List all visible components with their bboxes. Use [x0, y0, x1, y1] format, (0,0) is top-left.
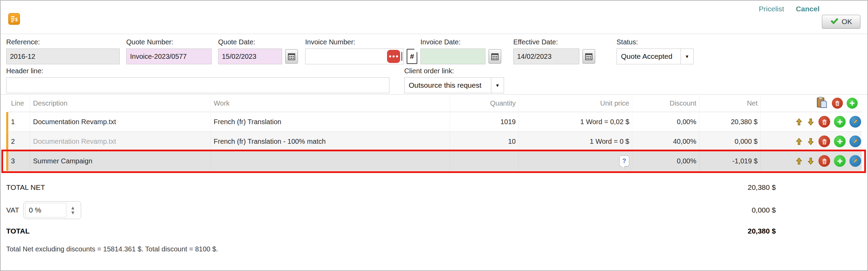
text-caret: [401, 52, 402, 61]
table-row-selected: 3 Summer Campaign ? 0,00% -1,019 $: [6, 151, 862, 171]
reference-input[interactable]: [6, 48, 120, 64]
move-down-icon[interactable]: [807, 118, 815, 126]
line-items-table: Line Description Work Quantity Unit pric…: [1, 94, 867, 171]
cell-quantity: 1019: [450, 112, 519, 131]
cell-work: French (fr) Translation - 100% match: [211, 132, 450, 151]
move-up-icon[interactable]: [795, 157, 803, 165]
total-net-value: 20,380 $: [748, 183, 776, 192]
move-down-icon[interactable]: [807, 138, 815, 145]
header-net: Net: [699, 95, 761, 112]
ok-check-icon: [830, 17, 838, 26]
effective-date-input[interactable]: [513, 48, 579, 64]
total-value: 20,380 $: [748, 227, 776, 235]
cancel-link[interactable]: Cancel: [796, 5, 819, 13]
cell-net: 20,380 $: [699, 112, 761, 131]
move-up-icon[interactable]: [795, 118, 803, 126]
ok-button[interactable]: OK: [822, 15, 860, 29]
cell-discount: 40,00%: [632, 132, 699, 151]
invoice-date-input[interactable]: [420, 48, 485, 64]
svg-text:$: $: [15, 17, 18, 22]
calendar-icon: [288, 53, 296, 61]
client-order-link-select[interactable]: Outsource this request ▼: [404, 77, 504, 93]
header-line: Line: [8, 95, 30, 112]
ok-label: OK: [842, 18, 852, 26]
header-line-label: Header line:: [6, 67, 389, 75]
status-select[interactable]: Quote Accepted ▼: [617, 48, 694, 64]
cell-discount: 0,00%: [632, 112, 699, 131]
header-work: Work: [211, 95, 450, 112]
pricelist-link[interactable]: Pricelist: [759, 5, 784, 13]
header-unit-price: Unit price: [519, 95, 632, 112]
client-order-link-field-group: Client order link: Outsource this reques…: [404, 67, 504, 93]
help-icon[interactable]: ?: [619, 155, 629, 166]
cell-description: Documentation Revamp.txt: [30, 132, 211, 151]
invoice-date-label: Invoice Date:: [420, 38, 501, 46]
quote-number-field-group: Quote Number:: [126, 38, 212, 64]
table-row: 2 Documentation Revamp.txt French (fr) T…: [6, 132, 862, 151]
generate-number-button[interactable]: #: [407, 49, 417, 64]
cell-description: Summer Campaign: [30, 151, 211, 171]
edit-icon[interactable]: [849, 136, 861, 147]
add-icon[interactable]: [834, 136, 846, 147]
autofill-icon[interactable]: [387, 50, 400, 63]
invoice-date-field-group: Invoice Date:: [420, 38, 501, 64]
table-row: 1 Documentation Revamp.txt French (fr) T…: [6, 112, 862, 132]
cell-description: Documentation Revamp.txt: [30, 112, 211, 131]
delete-icon[interactable]: [818, 155, 830, 167]
top-bar: $ Pricelist Cancel OK: [1, 1, 867, 34]
cell-net: 0,000 $: [699, 132, 761, 151]
quote-number-input[interactable]: [126, 48, 212, 64]
delete-all-icon[interactable]: [832, 98, 843, 109]
quote-date-label: Quote Date:: [218, 38, 298, 46]
vat-value-box[interactable]: 0 %: [25, 203, 66, 217]
cell-quantity: [450, 151, 519, 171]
invoice-date-calendar-button[interactable]: [489, 49, 501, 64]
header-quantity: Quantity: [450, 95, 519, 112]
quote-form: Reference: Quote Number: Quote Date:: [1, 34, 867, 94]
total-net-label: TOTAL NET: [6, 183, 45, 192]
table-header-row: Line Description Work Quantity Unit pric…: [6, 95, 862, 112]
hash-icon: #: [410, 52, 414, 61]
paste-icon[interactable]: [816, 96, 828, 110]
invoice-number-label: Invoice Number:: [305, 38, 417, 46]
edit-icon[interactable]: [849, 155, 861, 167]
add-icon[interactable]: [834, 155, 846, 167]
header-line-input[interactable]: [6, 77, 389, 93]
vat-label: VAT: [6, 206, 19, 214]
move-up-icon[interactable]: [795, 138, 803, 145]
quote-number-label: Quote Number:: [126, 38, 212, 46]
vat-spinner[interactable]: 0 % ▲ ▼: [23, 201, 81, 219]
invoice-icon: $: [8, 13, 20, 25]
add-icon[interactable]: [834, 116, 846, 128]
quote-date-calendar-button[interactable]: [285, 49, 298, 64]
cell-work: [211, 151, 450, 171]
cell-work: French (fr) Translation: [211, 112, 450, 131]
client-order-link-value: Outsource this request: [405, 78, 491, 93]
edit-icon[interactable]: [849, 116, 861, 128]
quote-editor-window: $ Pricelist Cancel OK Reference:: [0, 0, 868, 271]
status-field-group: Status: Quote Accepted ▼: [617, 38, 694, 64]
effective-date-calendar-button[interactable]: [582, 49, 595, 64]
status-value: Quote Accepted: [617, 49, 681, 64]
effective-date-label: Effective Date:: [513, 38, 595, 46]
dropdown-arrow-icon: ▼: [681, 49, 693, 64]
spinner-up-icon[interactable]: ▲: [71, 205, 75, 210]
header-description: Description: [30, 95, 211, 112]
delete-icon[interactable]: [818, 136, 830, 147]
header-line-field-group: Header line:: [6, 67, 389, 93]
move-down-icon[interactable]: [807, 157, 815, 165]
delete-icon[interactable]: [818, 116, 830, 128]
cell-net: -1,019 $: [699, 151, 761, 171]
cell-unit-price: ?: [519, 151, 632, 171]
status-label: Status:: [617, 38, 694, 46]
spinner-down-icon[interactable]: ▼: [71, 210, 75, 215]
add-line-icon[interactable]: [847, 98, 858, 109]
effective-date-field-group: Effective Date:: [513, 38, 595, 64]
discount-note: Total Net excluding discounts = 15814.36…: [6, 245, 862, 253]
reference-label: Reference:: [6, 38, 120, 46]
cell-line: 2: [8, 132, 30, 151]
calendar-icon: [491, 53, 499, 61]
totals-section: TOTAL NET 20,380 $ VAT 0 % ▲ ▼ 0,000 $ T…: [1, 182, 867, 253]
quote-date-input[interactable]: [218, 48, 282, 64]
cell-line: 1: [8, 112, 30, 131]
